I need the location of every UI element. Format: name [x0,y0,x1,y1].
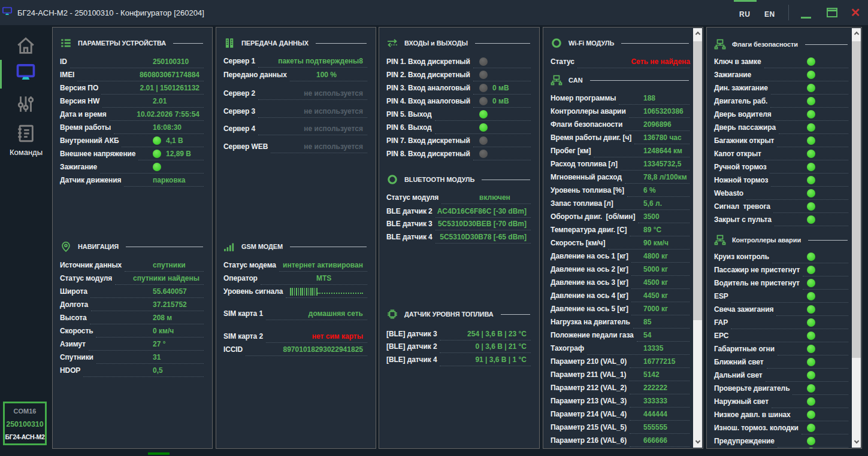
can-row: Давление на ось 2 [кг]5000 кг [551,263,702,276]
status-led: 4,1 В [153,134,183,147]
fuel-section-icon [386,308,398,320]
led-gray-icon [479,136,488,145]
row-label: Датчик движения [60,176,124,184]
can-row: Мгновенный расход78,8 л/100км [551,171,702,184]
com-port: COM16 [5,408,45,415]
status-led [807,81,815,95]
row-label: Спутники [60,353,96,361]
row-label: Дверь водителя [714,110,775,118]
flags-row: Дин. зажигание [714,81,861,95]
sidebar-item-monitoring[interactable] [16,62,36,83]
status-led [807,108,815,121]
status-led [807,303,815,316]
row-label: Внешнее напряжение [60,150,138,158]
row-value: 0 км/ч [153,327,174,335]
close-button[interactable]: ✕ [848,5,863,20]
status-led [807,369,815,382]
row-label: Ключ в замке [714,57,764,66]
status-led [807,355,815,369]
journal-icon [16,123,36,144]
flags-row: Багажник открыт [714,134,861,147]
lang-ru-button[interactable]: RU [739,10,750,19]
row-label: PIN 5. Выход [386,110,435,118]
row-value: 666666 [643,436,667,445]
row-value: 5000 кг [643,265,668,273]
can-row: Давление на ось 3 [кг]4500 кг [551,276,702,289]
status-led [807,187,815,200]
row-label: Проверьте двигатель [714,384,793,393]
bluetooth-row: Статус модулявключен [386,191,539,204]
row-value: 2.01 | 1501261132 [140,84,199,92]
transfer-row: Сервер 3не используется [223,105,375,118]
led-green-icon [807,110,815,118]
led-green-icon [153,163,161,171]
led-green-icon [807,189,815,197]
fuel-row: [BLE] датчик 20 | 3,6 В | 21 °C [386,340,539,353]
active-nav-indicator [0,60,2,89]
row-label: Дин. зажигание [714,84,771,92]
flags-row: Зажигание [714,68,861,81]
row-label: Передано данных [223,71,290,79]
row-value: 555555 [643,423,667,431]
nav-row: Скорость0 км/ч [60,324,211,338]
can-row: Давление на ось 4 [кг]4450 кг [551,289,702,302]
row-label: Время работы двиг. [ч] [551,133,634,142]
row-value: 444444 [643,410,667,418]
row-value: 100 % [316,71,337,79]
row-label: Наружный свет [714,397,772,406]
gsm-section-icon [223,241,235,253]
led-green-icon [153,150,161,158]
sidebar-item-journal[interactable] [16,123,36,144]
status-led [807,329,815,342]
sidebar-item-settings[interactable] [16,94,36,114]
led-green-icon [807,424,815,432]
gsm-row: Статус модемаинтернет активирован [223,259,375,272]
row-separator [89,338,204,351]
section-header-fuel: ДАТЧИК УРОВНЯ ТОПЛИВА [386,307,538,321]
flags-row: Сигнал тревога [714,200,861,213]
flags-row: Ножной тормоз [714,174,861,187]
row-separator [96,351,204,364]
section-header-transfer: ПЕРЕДАЧА ДАННЫХ [223,36,374,50]
row-label: Давление на ось 2 [кг] [551,265,631,273]
row-value: 250100310 [153,57,189,66]
sidebar-item-home[interactable] [16,36,36,56]
row-value: 5142 [643,370,660,379]
led-gray-icon [479,150,488,158]
row-label: Пробег [км] [551,147,594,155]
row-label: [BLE] датчик 2 [386,342,440,351]
can-row: Параметр 215 (VAL_5)555555 [551,421,702,434]
row-label: Азимут [60,340,89,348]
status-led [807,395,815,408]
row-label: Обороты двиг. [об/мин] [551,212,638,221]
can-row: Параметр 216 (VAL_6)666666 [551,434,702,447]
row-label: Водитель не пристегнут [714,279,803,287]
sidebar-item-commands[interactable]: Команды [0,148,52,157]
row-label: Версия ПО [60,84,101,92]
status-led [479,121,488,134]
row-label: SIM карта 2 [223,332,266,341]
row-value: 188 [643,94,655,102]
led-green-icon [807,57,815,66]
row-label: Параметр 211 (VAL_1) [551,370,629,379]
maximize-button[interactable] [827,8,837,17]
can-row: Давление на ось 5 [кг]7000 кг [551,302,702,315]
nav-row: Долгота37.215752 [60,298,211,311]
row-label: Двигатель раб. [714,97,770,105]
row-label: Параметр 210 (VAL_0) [551,357,630,366]
row-value: 13335 [643,344,663,352]
row-value: 12,89 В [166,150,191,158]
minimize-button[interactable] [801,17,811,19]
lang-en-button[interactable]: EN [764,10,775,19]
can-row: Параметр 210 (VAL_0)16777215 [551,355,702,368]
signal-dots [317,289,363,294]
row-value: 5C5310D30B78 [-65 dBm] [440,233,527,241]
row-label: Давление на ось 3 [кг] [551,278,631,287]
led-green-icon [807,123,815,132]
status-led [807,382,815,395]
alarms-row: ESP [714,290,861,303]
device-row: ID250100310 [60,55,211,68]
row-separator [261,272,367,285]
row-separator [627,184,689,197]
row-value: не используется [304,107,363,115]
